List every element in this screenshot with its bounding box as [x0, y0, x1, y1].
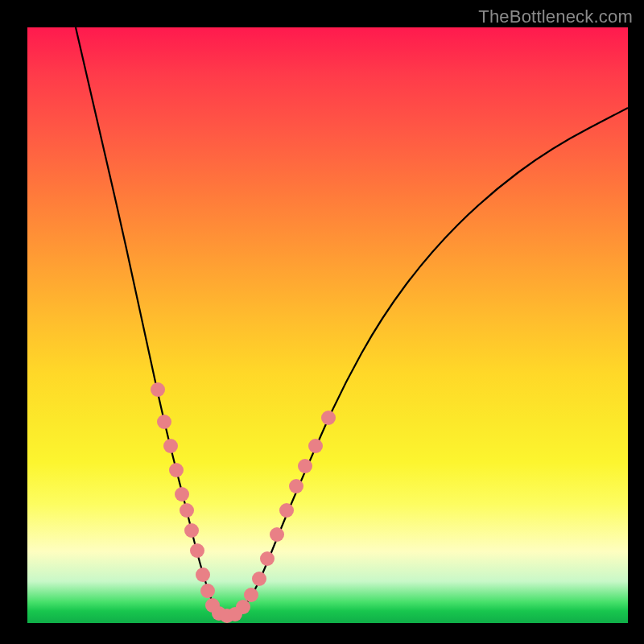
highlight-dot — [270, 527, 284, 542]
highlight-dot — [157, 415, 171, 429]
highlight-dot — [244, 588, 258, 602]
curve-svg — [27, 27, 628, 623]
highlight-dot — [298, 459, 312, 473]
highlight-dot — [200, 584, 215, 598]
highlight-dot — [260, 551, 275, 566]
highlight-dot — [289, 479, 303, 493]
highlight-dot — [236, 600, 250, 614]
highlight-dot — [279, 503, 294, 518]
highlight-dot — [252, 572, 266, 586]
highlight-dot — [190, 543, 204, 558]
highlight-dot — [196, 568, 210, 582]
bottleneck-curve — [76, 27, 628, 615]
watermark-text: TheBottleneck.com — [478, 6, 633, 27]
highlight-dot — [180, 503, 194, 518]
highlight-dot — [308, 439, 323, 453]
highlight-dot — [169, 463, 184, 477]
highlight-dot — [163, 439, 178, 453]
highlight-dot — [151, 382, 165, 397]
plot-area — [27, 27, 628, 623]
highlight-dot — [321, 411, 336, 425]
chart-stage: TheBottleneck.com — [0, 0, 644, 644]
highlight-dot — [184, 523, 199, 538]
highlight-dot — [175, 487, 189, 502]
